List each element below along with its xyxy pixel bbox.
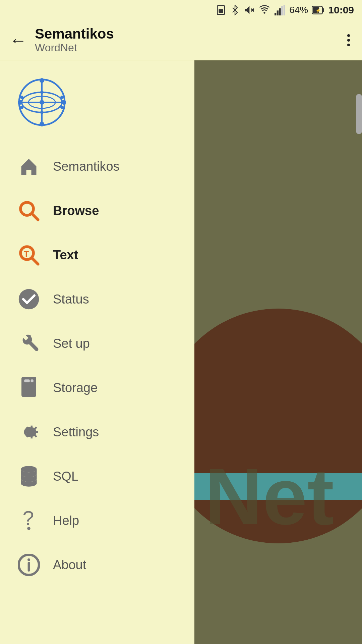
svg-rect-38 <box>24 379 30 382</box>
svg-point-46 <box>27 558 30 561</box>
svg-rect-1 <box>219 9 223 13</box>
svg-point-20 <box>40 78 44 83</box>
wifi-icon <box>258 5 270 15</box>
nav-item-text[interactable]: T Text <box>0 233 194 277</box>
signal-icon <box>275 5 285 15</box>
nav-label-status: Status <box>53 292 89 307</box>
nav-label-setup: Set up <box>53 336 90 351</box>
svg-point-43 <box>27 527 30 530</box>
logo-area <box>0 70 194 144</box>
nav-item-settings[interactable]: Settings <box>0 410 194 454</box>
svg-point-23 <box>61 100 66 105</box>
svg-rect-8 <box>279 8 281 15</box>
svg-text:?: ? <box>22 509 34 530</box>
app-subtitle: WordNet <box>35 42 345 54</box>
svg-point-21 <box>40 122 44 126</box>
svg-point-29 <box>40 91 44 94</box>
svg-line-35 <box>32 258 38 264</box>
nav-item-setup[interactable]: Set up <box>0 321 194 366</box>
svg-point-26 <box>60 106 64 109</box>
status-icons: 64% ⚡ 10:09 <box>216 4 354 16</box>
bluetooth-icon <box>230 5 240 15</box>
svg-rect-10 <box>284 5 285 15</box>
svg-point-28 <box>20 106 23 109</box>
more-menu-button[interactable] <box>345 32 353 49</box>
svg-marker-2 <box>245 6 249 14</box>
nav-label-help: Help <box>53 514 79 528</box>
svg-point-22 <box>18 100 22 105</box>
nav-item-storage[interactable]: Storage <box>0 366 194 410</box>
status-icon <box>17 287 41 311</box>
sim-icon <box>216 5 226 15</box>
nav-label-semantikos: Semantikos <box>53 159 120 174</box>
toolbar-title-block: Semantikos WordNet <box>35 26 345 54</box>
mute-icon <box>244 5 254 15</box>
svg-point-25 <box>60 96 64 99</box>
nav-item-semantikos[interactable]: Semantikos <box>0 144 194 189</box>
nav-label-sql: SQL <box>53 469 78 484</box>
text-search-icon: T <box>17 243 41 267</box>
nav-label-browse: Browse <box>53 204 99 218</box>
nav-item-help[interactable]: ? Help <box>0 498 194 543</box>
nav-item-browse[interactable]: Browse <box>0 189 194 233</box>
app-title: Semantikos <box>35 26 345 42</box>
svg-point-36 <box>19 289 39 310</box>
nav-item-about[interactable]: About <box>0 543 194 587</box>
wrench-icon <box>17 331 41 356</box>
status-time: 10:09 <box>328 4 354 16</box>
svg-rect-6 <box>275 13 276 15</box>
battery-icon: ⚡ <box>312 5 324 15</box>
svg-text:⚡: ⚡ <box>316 8 321 13</box>
svg-rect-39 <box>31 379 34 382</box>
nav-label-about: About <box>53 558 86 572</box>
status-bar: 64% ⚡ 10:09 <box>0 0 362 20</box>
database-icon <box>17 464 41 488</box>
nav-label-settings: Settings <box>53 425 99 439</box>
svg-rect-13 <box>322 8 324 12</box>
help-icon: ? <box>17 508 41 533</box>
svg-point-24 <box>40 100 44 105</box>
svg-rect-9 <box>281 6 283 15</box>
nav-item-status[interactable]: Status <box>0 277 194 321</box>
svg-point-30 <box>40 111 44 114</box>
battery-label: 64% <box>289 5 308 15</box>
background-text: Net <box>204 456 334 537</box>
home-icon <box>17 154 41 178</box>
storage-icon <box>17 376 41 400</box>
navigation-drawer: Semantikos Browse T Text <box>0 60 194 644</box>
nav-label-text: Text <box>53 248 78 262</box>
nav-label-storage: Storage <box>53 381 98 395</box>
browse-icon <box>17 199 41 223</box>
svg-point-41 <box>21 466 37 472</box>
svg-text:T: T <box>24 250 29 259</box>
info-icon <box>17 553 41 577</box>
svg-point-5 <box>264 12 265 13</box>
back-button[interactable]: ← <box>9 32 27 49</box>
main-layout: Semantikos Browse T Text <box>0 60 362 644</box>
right-panel: Net <box>194 60 362 644</box>
gear-icon <box>17 420 41 444</box>
toolbar: ← Semantikos WordNet <box>0 20 362 60</box>
app-logo <box>17 77 67 127</box>
nav-item-sql[interactable]: SQL <box>0 454 194 498</box>
svg-line-32 <box>32 213 38 220</box>
scrollbar[interactable] <box>356 94 362 134</box>
svg-point-27 <box>20 96 23 99</box>
svg-rect-7 <box>277 10 279 15</box>
